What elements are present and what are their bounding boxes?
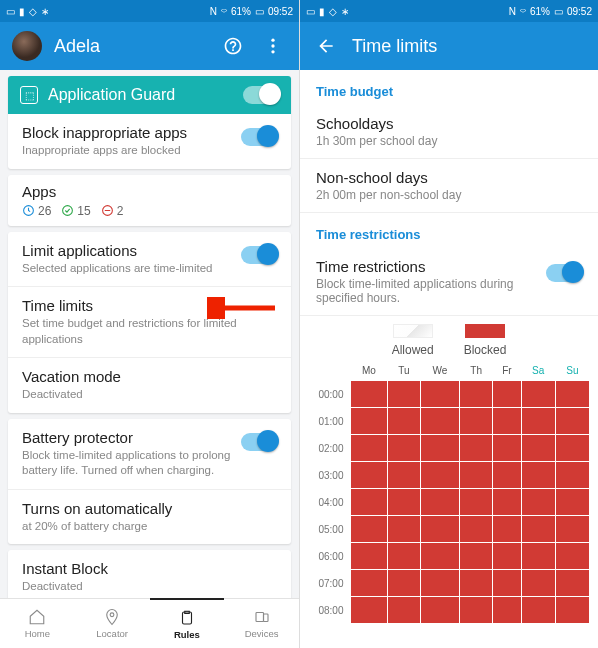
day-header: Sa (521, 361, 555, 381)
schedule-cell[interactable] (420, 570, 460, 597)
schedule-cell[interactable] (350, 435, 388, 462)
schedule-cell[interactable] (420, 597, 460, 624)
schedule-cell[interactable] (555, 408, 589, 435)
time-limits-row[interactable]: Time limits Set time budget and restrict… (8, 287, 291, 358)
schedule-cell[interactable] (555, 489, 589, 516)
schedule-cell[interactable] (493, 543, 521, 570)
schedule-cell[interactable] (420, 516, 460, 543)
schedule-cell[interactable] (555, 381, 589, 408)
schedule-cell[interactable] (388, 543, 420, 570)
battery-row[interactable]: Battery protector Block time-limited app… (8, 419, 291, 490)
back-button[interactable] (312, 32, 340, 60)
schedule-cell[interactable] (460, 408, 493, 435)
restrictions-title: Time restrictions (316, 258, 536, 275)
tab-home[interactable]: Home (0, 599, 75, 648)
instant-block-title: Instant Block (22, 560, 277, 577)
schedule-cell[interactable] (493, 408, 521, 435)
block-apps-row[interactable]: Block inappropriate apps Inappropriate a… (8, 114, 291, 169)
schedule-cell[interactable] (521, 435, 555, 462)
schedule-cell[interactable] (420, 489, 460, 516)
schedule-cell[interactable] (493, 435, 521, 462)
schedule-cell[interactable] (420, 381, 460, 408)
schedule-cell[interactable] (460, 516, 493, 543)
schedule-cell[interactable] (555, 516, 589, 543)
schedule-cell[interactable] (493, 516, 521, 543)
schedule-cell[interactable] (555, 570, 589, 597)
limit-apps-toggle[interactable] (241, 246, 277, 264)
schedule-cell[interactable] (388, 489, 420, 516)
schedule-cell[interactable] (350, 408, 388, 435)
schedule-cell[interactable] (388, 408, 420, 435)
svg-rect-10 (256, 613, 264, 622)
nonschool-row[interactable]: Non-school days 2h 00m per non-school da… (300, 159, 598, 213)
help-icon[interactable] (219, 32, 247, 60)
schedule-cell[interactable] (493, 381, 521, 408)
schedule-cell[interactable] (460, 435, 493, 462)
battery-toggle[interactable] (241, 433, 277, 451)
battery-icon: ▭ (255, 6, 264, 17)
schedule-cell[interactable] (521, 381, 555, 408)
schedule-cell[interactable] (420, 462, 460, 489)
schedule-cell[interactable] (521, 408, 555, 435)
schedule-cell[interactable] (521, 597, 555, 624)
time-limits-sub: Set time budget and restrictions for lim… (22, 316, 277, 347)
schedule-cell[interactable] (555, 435, 589, 462)
schedule-cell[interactable] (493, 597, 521, 624)
schedule-cell[interactable] (388, 597, 420, 624)
auto-on-row[interactable]: Turns on automatically at 20% of battery… (8, 490, 291, 545)
svg-point-0 (271, 39, 274, 42)
schedule-cell[interactable] (350, 597, 388, 624)
day-header: Mo (350, 361, 388, 381)
schedule-cell[interactable] (350, 489, 388, 516)
profile-name: Adela (54, 36, 207, 57)
schedule-cell[interactable] (388, 462, 420, 489)
tab-locator[interactable]: Locator (75, 599, 150, 648)
tab-rules[interactable]: Rules (150, 598, 225, 648)
app-guard-toggle[interactable] (243, 86, 279, 104)
schedule-cell[interactable] (350, 570, 388, 597)
schedule-cell[interactable] (460, 543, 493, 570)
vacation-row[interactable]: Vacation mode Deactivated (8, 358, 291, 413)
schedule-cell[interactable] (388, 570, 420, 597)
schedule-cell[interactable] (521, 570, 555, 597)
schedule-cell[interactable] (521, 516, 555, 543)
schedule-cell[interactable] (420, 543, 460, 570)
schedule-cell[interactable] (420, 435, 460, 462)
schedule-cell[interactable] (460, 381, 493, 408)
schooldays-row[interactable]: Schooldays 1h 30m per school day (300, 105, 598, 159)
schedule-cell[interactable] (460, 570, 493, 597)
schedule-cell[interactable] (460, 489, 493, 516)
schedule-cell[interactable] (388, 381, 420, 408)
schedule-cell[interactable] (420, 408, 460, 435)
schedule-cell[interactable] (555, 462, 589, 489)
schedule-cell[interactable] (460, 462, 493, 489)
schedule-cell[interactable] (388, 516, 420, 543)
schedule-cell[interactable] (521, 462, 555, 489)
restrictions-row[interactable]: Time restrictions Block time-limited app… (300, 248, 598, 316)
schedule-cell[interactable] (460, 597, 493, 624)
hour-label: 06:00 (308, 543, 350, 570)
block-apps-toggle[interactable] (241, 128, 277, 146)
schedule-cell[interactable] (493, 570, 521, 597)
schedule-cell[interactable] (350, 516, 388, 543)
schedule-cell[interactable] (350, 543, 388, 570)
restrictions-toggle[interactable] (546, 264, 582, 282)
avatar[interactable] (12, 31, 42, 61)
apps-row[interactable]: Apps 26 15 2 (8, 175, 291, 226)
schedule-cell[interactable] (493, 462, 521, 489)
instant-block-row[interactable]: Instant Block Deactivated (8, 550, 291, 598)
schedule-cell[interactable] (521, 489, 555, 516)
nfc-icon: N (509, 6, 516, 17)
overflow-menu-icon[interactable] (259, 32, 287, 60)
schedule-cell[interactable] (521, 543, 555, 570)
schedule-cell[interactable] (350, 381, 388, 408)
limit-apps-row[interactable]: Limit applications Selected applications… (8, 232, 291, 288)
schedule-cell[interactable] (350, 462, 388, 489)
schedule-grid[interactable]: MoTuWeThFrSaSu00:0001:0002:0003:0004:000… (300, 361, 598, 648)
tab-devices[interactable]: Devices (224, 599, 299, 648)
schedule-cell[interactable] (388, 435, 420, 462)
schedule-cell[interactable] (555, 543, 589, 570)
battery-sub: Block time-limited applications to prolo… (22, 448, 231, 479)
schedule-cell[interactable] (555, 597, 589, 624)
schedule-cell[interactable] (493, 489, 521, 516)
